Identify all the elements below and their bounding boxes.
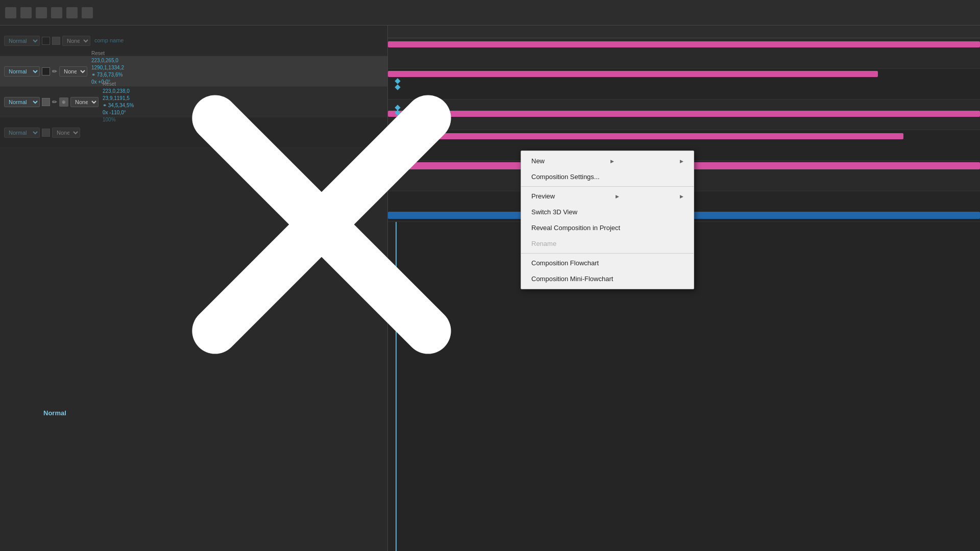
reset-1: Reset (91, 50, 124, 57)
toolbar-icon-2[interactable] (20, 7, 32, 18)
layer-row-2-content: Normal ✏ ⊕ None Reset 223,0,238,0 23,9,1… (4, 81, 383, 123)
blend-mode-dropdown-3[interactable]: Normal (4, 128, 40, 138)
toolbar-icon-4[interactable] (51, 7, 62, 18)
menu-separator-2 (521, 253, 694, 254)
layer-props-0: comp name (94, 37, 124, 44)
menu-item-reveal-composition-label: Reveal Composition in Project (531, 224, 620, 232)
pencil-icon-2: ✏ (52, 98, 57, 106)
timeline-row-0 (388, 38, 980, 69)
menu-item-reveal-composition[interactable]: Reveal Composition in Project (521, 220, 694, 236)
anchor-2: 23,9,1191,5 (103, 95, 134, 102)
pink-bar-1-1 (388, 71, 878, 77)
blend-mode-dropdown-2[interactable]: Normal (4, 97, 40, 107)
timeline-row-1 (388, 69, 980, 99)
toolbar-icon-6[interactable] (82, 7, 93, 18)
scale-2: ⚭ 34,5,34,5% (103, 102, 134, 109)
menu-item-new[interactable]: New ▶ (521, 153, 694, 169)
menu-item-composition-flowchart[interactable]: Composition Flowchart (521, 255, 694, 271)
layer-row-0-content: Normal None comp name (4, 36, 383, 46)
anchor-1: 1290,1,1334,2 (91, 64, 124, 71)
timeline-row-2 (388, 99, 980, 130)
rotation-2: 0x -110,0° (103, 109, 134, 116)
layer-name-0: comp name (94, 37, 124, 44)
menu-item-composition-mini-flowchart[interactable]: Composition Mini-Flowchart (521, 271, 694, 287)
layer-icon-2: ⊕ (59, 97, 68, 107)
menu-item-new-label: New (531, 157, 545, 165)
left-panel: Normal None comp name Normal ✏ None Rese… (0, 26, 388, 551)
position-1: 223,0,265,0 (91, 57, 124, 64)
menu-item-composition-settings[interactable]: Composition Settings... (521, 169, 694, 185)
pink-bar-0-1 (388, 41, 980, 47)
layer-swatch-1 (42, 67, 50, 76)
layer-box-0 (52, 37, 60, 45)
menu-item-composition-settings-label: Composition Settings... (531, 173, 600, 181)
menu-item-composition-flowchart-label: Composition Flowchart (531, 259, 599, 267)
layer-swatch-0 (42, 37, 50, 45)
none-dropdown-1[interactable]: None (59, 66, 87, 77)
position-2: 223,0,238,0 (103, 88, 134, 94)
pencil-icon-1: ✏ (52, 68, 57, 75)
none-dropdown-3[interactable]: None (52, 128, 80, 138)
layer-props-2: Reset 223,0,238,0 23,9,1191,5 ⚭ 34,5,34,… (103, 81, 134, 123)
normal-label-bottom: Normal (43, 409, 66, 417)
layer-row-2: Normal ✏ ⊕ None Reset 223,0,238,0 23,9,1… (0, 87, 387, 117)
menu-separator-1 (521, 186, 694, 187)
reset-2: Reset (103, 81, 134, 87)
menu-item-preview-label: Preview (531, 192, 555, 200)
menu-item-rename[interactable]: Rename (521, 236, 694, 252)
timeline-ruler (388, 26, 980, 38)
pink-bar-3-1 (388, 133, 903, 139)
toolbar (0, 0, 980, 26)
pink-bar-2-1 (388, 111, 980, 117)
layer-swatch-3 (42, 129, 50, 137)
none-dropdown-0[interactable]: None (62, 36, 90, 46)
toolbar-icon-5[interactable] (66, 7, 78, 18)
keyframe-1-1 (395, 78, 400, 84)
none-dropdown-2[interactable]: None (70, 97, 99, 107)
menu-item-switch-3d-view[interactable]: Switch 3D View (521, 204, 694, 220)
context-menu: New ▶ Composition Settings... Preview ▶ … (521, 151, 694, 289)
toolbar-icon-3[interactable] (36, 7, 47, 18)
submenu-arrow-new: ▶ (610, 159, 614, 164)
scale-1: ⚭ 73,6,73,6% (91, 71, 124, 78)
layer-swatch-2 (42, 98, 50, 106)
submenu-arrow-preview: ▶ (616, 194, 619, 199)
menu-item-preview[interactable]: Preview ▶ (521, 188, 694, 204)
layer-row-3: Normal None (0, 117, 387, 148)
menu-item-rename-label: Rename (531, 240, 556, 247)
blend-mode-dropdown-1[interactable]: Normal (4, 66, 40, 77)
menu-item-switch-3d-view-label: Switch 3D View (531, 208, 577, 216)
keyframe-1-2 (395, 84, 400, 90)
layer-row-3-content: Normal None (4, 128, 383, 138)
toolbar-icon-1[interactable] (5, 7, 16, 18)
blend-mode-dropdown-0[interactable]: Normal (4, 36, 40, 46)
menu-item-composition-mini-flowchart-label: Composition Mini-Flowchart (531, 275, 613, 283)
